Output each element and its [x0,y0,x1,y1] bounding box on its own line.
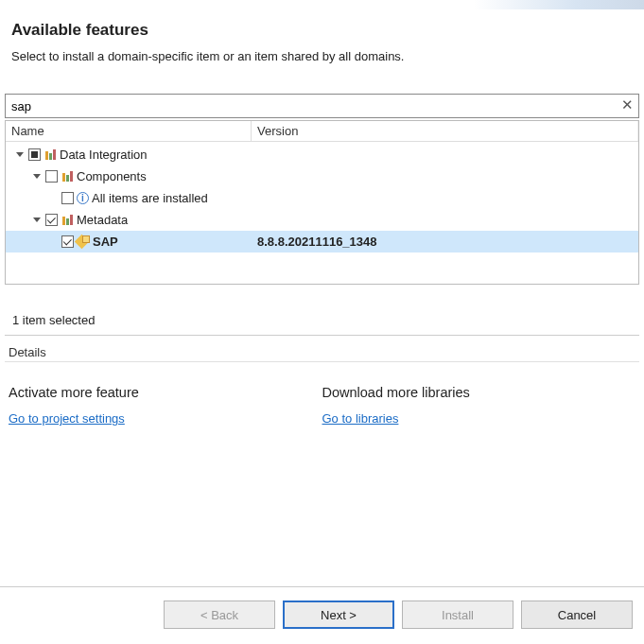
table-row[interactable]: i All items are installed [6,187,638,209]
expander-icon[interactable] [31,174,43,179]
project-settings-link[interactable]: Go to project settings [9,411,125,426]
table-row[interactable]: Data Integration [6,144,638,165]
cancel-button[interactable]: Cancel [521,600,633,629]
clear-search-icon[interactable]: ✕ [621,96,634,113]
checkbox[interactable] [45,170,58,183]
checkbox[interactable] [61,235,74,248]
category-icon [61,214,74,227]
column-header-version[interactable]: Version [252,121,638,141]
checkbox[interactable] [28,148,41,161]
page-subtitle: Select to install a domain-specific item… [11,49,633,63]
category-icon [61,170,74,183]
status-text: 1 item selected [5,305,639,336]
search-input[interactable] [5,94,639,118]
node-label: Components [77,169,147,183]
node-label: SAP [93,235,118,249]
table-row-selected[interactable]: SAP 8.8.8.20211116_1348 [6,231,638,252]
expander-icon[interactable] [31,218,43,222]
libraries-link[interactable]: Go to libraries [322,411,399,426]
node-label: Metadata [77,213,128,227]
version-cell: 8.8.8.20211116_1348 [252,235,638,249]
download-title: Download more libraries [322,385,636,400]
activate-title: Activate more feature [9,385,322,400]
category-icon [44,148,57,162]
info-icon: i [77,192,89,204]
next-button[interactable]: Next > [283,600,394,629]
feature-icon [77,235,90,249]
install-button: Install [402,600,513,629]
checkbox[interactable] [45,214,58,226]
details-header: Details [5,343,639,362]
back-button: < Back [164,600,275,629]
page-title: Available features [11,21,633,40]
node-label: All items are installed [92,191,208,205]
expander-icon[interactable] [14,152,26,157]
node-label: Data Integration [60,148,148,162]
table-row[interactable]: Metadata [6,209,638,231]
feature-table: Name Version Data Integration Components [5,120,639,285]
table-row[interactable]: Components [6,165,638,187]
table-header: Name Version [6,121,638,142]
column-header-name[interactable]: Name [6,121,252,141]
checkbox[interactable] [61,192,74,204]
